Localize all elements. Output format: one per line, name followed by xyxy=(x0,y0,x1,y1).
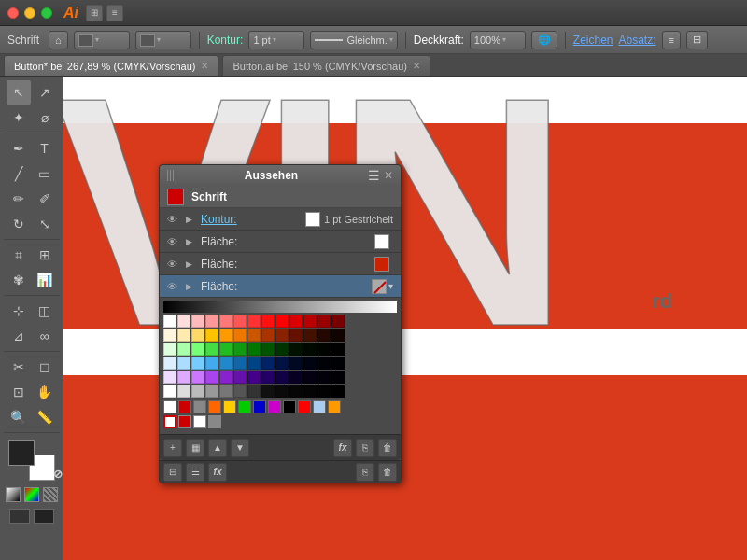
custom-swatch[interactable] xyxy=(178,400,191,413)
absatz-link[interactable]: Absatz: xyxy=(619,34,656,47)
sub-copy2-btn[interactable]: ⎘ xyxy=(356,463,374,482)
swatch-cell[interactable] xyxy=(219,371,233,384)
tab-button* active[interactable]: Button* bei 267,89 % (CMYK/Vorschau) ✕ xyxy=(4,55,218,76)
custom-swatch[interactable] xyxy=(283,400,296,413)
panel-row-kontur[interactable]: 👁 ▶ Kontur: 1 pt Gestrichelt xyxy=(160,208,401,231)
close-button[interactable] xyxy=(7,7,19,19)
swatch-cell[interactable] xyxy=(303,329,317,342)
swatch-cell[interactable] xyxy=(233,385,247,398)
custom-swatch[interactable] xyxy=(193,400,206,413)
swatch-cell[interactable] xyxy=(163,385,176,398)
line-tool[interactable]: ╱ xyxy=(7,161,31,186)
stroke-box-dropdown[interactable]: ▾ xyxy=(135,31,191,49)
swatch-cell[interactable] xyxy=(303,315,317,328)
hand-tool[interactable]: ✋ xyxy=(33,380,57,404)
swatch-cell[interactable] xyxy=(191,343,204,356)
recent-red[interactable] xyxy=(178,415,191,428)
swatch-cell[interactable] xyxy=(303,385,317,398)
tab-close-1[interactable]: ✕ xyxy=(413,61,420,71)
gradient-mode-btn[interactable] xyxy=(24,487,39,502)
panel-row-flaeche3[interactable]: 👁 ▶ Fläche: ▾ xyxy=(160,275,401,298)
recent-white[interactable] xyxy=(163,415,176,428)
swatch-cell[interactable] xyxy=(275,357,289,370)
color-mode-btn[interactable] xyxy=(6,487,21,502)
swatch-cell[interactable] xyxy=(163,315,176,328)
minimize-button[interactable] xyxy=(24,7,35,19)
swatch-cell[interactable] xyxy=(205,329,218,342)
swatch-cell[interactable] xyxy=(219,357,233,370)
row-label-kontur[interactable]: Kontur: xyxy=(201,213,305,226)
swatch-cell[interactable] xyxy=(191,385,204,398)
swatch-cell[interactable] xyxy=(261,371,275,384)
swatch-cell[interactable] xyxy=(275,343,289,356)
swatch-cell[interactable] xyxy=(219,385,233,398)
swatch-cell[interactable] xyxy=(205,343,218,356)
layout-button[interactable]: ⊟ xyxy=(686,31,708,49)
stroke-style-dropdown[interactable]: Gleichm. ▾ xyxy=(310,31,397,49)
swatch-cell[interactable] xyxy=(247,315,261,328)
swatch-cell[interactable] xyxy=(177,385,190,398)
rotate-tool[interactable]: ↻ xyxy=(7,212,31,236)
swatch-cell[interactable] xyxy=(289,315,303,328)
swatch-cell[interactable] xyxy=(331,315,345,328)
footer-copy-btn[interactable]: ⎘ xyxy=(356,439,374,457)
swatch-cell[interactable] xyxy=(233,357,247,370)
swatch-cell[interactable] xyxy=(163,357,176,370)
swatch-cell[interactable] xyxy=(219,329,233,342)
swatch-cell[interactable] xyxy=(261,357,275,370)
canvas-area[interactable]: V I N V I N rd Aussehen ☰ ✕ Schrift xyxy=(63,77,747,560)
outline-view-btn[interactable] xyxy=(34,509,54,524)
footer-move-down-btn[interactable]: ▼ xyxy=(231,439,249,457)
panel-menu-icon[interactable]: ☰ xyxy=(368,168,380,183)
row-eye-flaeche3[interactable]: 👁 xyxy=(167,281,182,292)
recent-white2[interactable] xyxy=(193,415,206,428)
none-mode-btn[interactable] xyxy=(43,487,58,502)
type-tool[interactable]: T xyxy=(33,136,57,161)
swatch-cell[interactable] xyxy=(331,371,345,384)
swatch-cell[interactable] xyxy=(205,385,218,398)
mesh-tool[interactable]: ⊹ xyxy=(7,299,31,323)
sub-delete2-btn[interactable]: 🗑 xyxy=(378,463,397,482)
panel-drag-handle[interactable] xyxy=(167,170,175,181)
swatch-cell[interactable] xyxy=(191,371,204,384)
warp-tool[interactable]: ⌗ xyxy=(7,243,31,267)
normal-view-btn[interactable] xyxy=(9,509,30,524)
font-align-left-button[interactable]: ⌂ xyxy=(49,31,68,49)
kontur-value-dropdown[interactable]: 1 pt ▾ xyxy=(248,31,304,49)
web-icon-button[interactable]: 🌐 xyxy=(531,31,557,49)
custom-swatch[interactable] xyxy=(268,400,281,413)
swatch-cell[interactable] xyxy=(317,315,331,328)
flaeche3-dropdown-arrow[interactable]: ▾ xyxy=(388,281,393,291)
swatch-cell[interactable] xyxy=(289,329,303,342)
swatch-cell[interactable] xyxy=(247,343,261,356)
brightness-bar[interactable] xyxy=(163,301,397,313)
footer-effect-btn[interactable]: ▦ xyxy=(186,439,204,457)
custom-swatch[interactable] xyxy=(163,400,176,413)
paintbrush-tool[interactable]: ✏ xyxy=(7,187,31,211)
swatch-cell[interactable] xyxy=(303,343,317,356)
swatch-cell[interactable] xyxy=(177,329,190,342)
zoom-tool[interactable]: 🔍 xyxy=(7,405,31,429)
swatch-cell[interactable] xyxy=(205,371,218,384)
swatch-cell[interactable] xyxy=(261,385,275,398)
swatch-cell[interactable] xyxy=(233,371,247,384)
swatch-cell[interactable] xyxy=(331,343,345,356)
swatch-cell[interactable] xyxy=(331,329,345,342)
footer-delete-btn[interactable]: 🗑 xyxy=(378,439,397,457)
swatch-cell[interactable] xyxy=(317,329,331,342)
document-icon[interactable]: ⊞ xyxy=(86,5,103,21)
flaeche3-swatch[interactable] xyxy=(372,279,387,294)
swatch-cell[interactable] xyxy=(331,385,345,398)
row-eye-flaeche2[interactable]: 👁 xyxy=(167,259,182,270)
swatch-cell[interactable] xyxy=(177,343,190,356)
direct-select-tool[interactable]: ↗ xyxy=(33,80,57,105)
custom-swatch[interactable] xyxy=(223,400,236,413)
custom-swatch[interactable] xyxy=(298,400,311,413)
arrange-icon[interactable]: ≡ xyxy=(106,5,123,21)
swatch-cell[interactable] xyxy=(317,343,331,356)
pen-tool[interactable]: ✒ xyxy=(7,136,31,161)
sub-fx-btn[interactable]: fx xyxy=(208,463,227,482)
tab-button-ai[interactable]: Button.ai bei 150 % (CMYK/Vorschau) ✕ xyxy=(222,55,430,76)
swatch-cell[interactable] xyxy=(247,371,261,384)
footer-move-up-btn[interactable]: ▲ xyxy=(208,439,227,457)
